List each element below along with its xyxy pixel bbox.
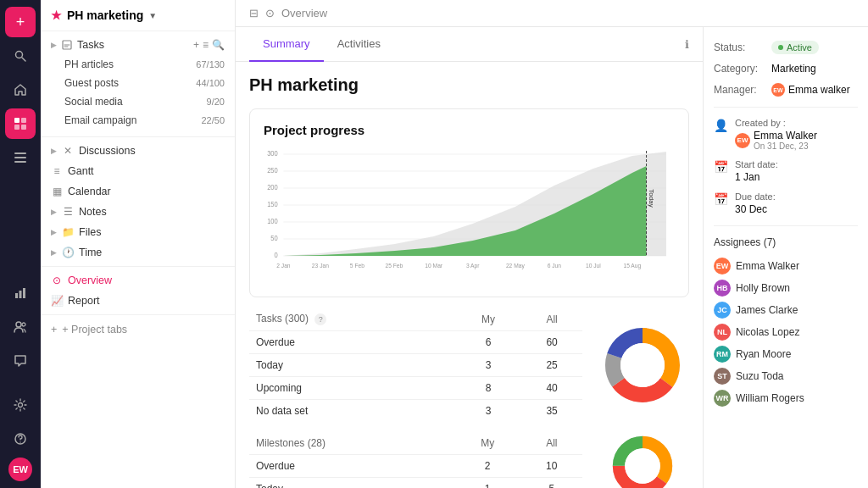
main-content: ⊟ ⊙ Overview Summary Activities ℹ PH mar… — [236, 0, 868, 488]
manager-avatar: EW — [771, 83, 785, 97]
sidebar-project-header[interactable]: ★ PH marketing ▼ — [41, 0, 235, 31]
sidebar-item-gantt[interactable]: ≡ Gantt — [41, 161, 235, 181]
assignee-james[interactable]: JC James Clarke — [714, 299, 858, 321]
task-nodataset-my: 3 — [455, 400, 521, 423]
milestone-overdue-my: 2 — [454, 455, 521, 478]
task-ph-articles[interactable]: PH articles 67/130 — [41, 55, 235, 74]
help-nav-icon[interactable] — [5, 424, 36, 454]
svg-text:5 Feb: 5 Feb — [350, 261, 364, 269]
tab-activities[interactable]: Activities — [324, 27, 394, 62]
project-title: PH marketing — [236, 62, 703, 102]
chat-nav-icon[interactable] — [5, 346, 36, 376]
start-date-row: 📅 Start date: 1 Jan — [714, 159, 858, 183]
svg-point-0 — [16, 52, 23, 58]
svg-text:6 Jun: 6 Jun — [548, 261, 561, 269]
tasks-section: ▶ Tasks + ≡ 🔍 PH articles 67/130 Guest p… — [41, 31, 235, 133]
milestones-stats-table: Milestones (28) My All Overdue 2 — [249, 432, 582, 488]
reports-nav-icon[interactable] — [5, 278, 36, 308]
created-by-row: 👤 Created by : EW Emma Walker On 31 Dec,… — [714, 118, 858, 151]
creator-avatar: EW — [735, 133, 750, 148]
sidebar-item-calendar[interactable]: ▦ Calendar — [41, 181, 235, 202]
status-badge: Active — [771, 41, 819, 54]
assignee-ryan[interactable]: RM Ryan Moore — [714, 343, 858, 365]
files-expand-icon: ▶ — [51, 228, 57, 236]
chart-title: Project progress — [264, 123, 675, 137]
projects-nav-icon[interactable] — [5, 108, 36, 139]
svg-text:150: 150 — [267, 199, 278, 208]
milestones-col-header: Milestones (28) — [249, 432, 454, 455]
assignee-james-avatar: JC — [714, 302, 731, 319]
guest-posts-count: 44/100 — [196, 78, 225, 88]
sidebar-item-report[interactable]: 📈 Report — [41, 291, 235, 311]
settings-nav-icon[interactable] — [5, 390, 36, 420]
svg-rect-6 — [14, 152, 26, 154]
status-row: Status: Active — [714, 41, 858, 54]
category-label: Category: — [714, 63, 765, 75]
tasks-header: ▶ Tasks + ≡ 🔍 — [41, 35, 235, 55]
assignee-holly[interactable]: HB Holly Brown — [714, 277, 858, 299]
start-date-content: Start date: 1 Jan — [735, 159, 858, 183]
task-today-all: 25 — [521, 354, 582, 377]
calendar-label: Calendar — [68, 186, 225, 197]
people-nav-icon[interactable] — [5, 312, 36, 342]
search-task-icon[interactable]: 🔍 — [212, 39, 225, 51]
task-email-campaign[interactable]: Email campaign 22/50 — [41, 111, 235, 130]
sidebar-item-notes[interactable]: ▶ ☰ Notes — [41, 202, 235, 222]
add-project-tabs[interactable]: + + Project tabs — [41, 319, 235, 341]
assignee-emma[interactable]: EW Emma Walker — [714, 255, 858, 277]
content-main: Summary Activities ℹ PH marketing Projec… — [236, 27, 703, 488]
assignee-nicolas-avatar: NL — [714, 324, 731, 341]
assignee-nicolas[interactable]: NL Nicolas Lopez — [714, 321, 858, 343]
svg-text:Today: Today — [648, 189, 654, 208]
everything-nav-icon[interactable] — [5, 142, 36, 173]
task-social-media[interactable]: Social media 9/20 — [41, 92, 235, 111]
task-guest-posts[interactable]: Guest posts 44/100 — [41, 74, 235, 92]
tab-bar: Summary Activities ℹ — [236, 27, 703, 62]
assignee-suzu-avatar: ST — [714, 368, 731, 385]
manager-row: Manager: EW Emma walker — [714, 83, 858, 97]
created-by-content: Created by : EW Emma Walker On 31 Dec, 2… — [735, 118, 858, 151]
category-row: Category: Marketing — [714, 63, 858, 75]
tab-summary[interactable]: Summary — [249, 27, 324, 62]
tasks-help-icon[interactable]: ? — [314, 313, 326, 325]
creator-date: On 31 Dec, 23 — [754, 141, 817, 151]
filter-icon[interactable]: ≡ — [203, 39, 209, 51]
due-date-icon: 📅 — [714, 192, 728, 206]
add-task-icon[interactable]: + — [193, 39, 199, 51]
user-avatar[interactable]: EW — [8, 458, 32, 481]
info-icon[interactable]: ℹ — [685, 38, 689, 51]
home-nav-icon[interactable] — [5, 75, 36, 105]
tasks-donut-svg — [600, 323, 685, 408]
task-row-nodataset: No data set 3 35 — [249, 400, 582, 423]
assignee-suzu-name: Suzu Toda — [736, 370, 784, 382]
sidebar-item-discussions[interactable]: ▶ ✕ Discussions — [41, 141, 235, 161]
task-row-today: Today 3 25 — [249, 354, 582, 377]
svg-point-56 — [625, 448, 660, 484]
search-nav-icon[interactable] — [5, 41, 36, 71]
divider-1 — [714, 107, 858, 108]
add-button[interactable]: + — [5, 7, 36, 37]
add-tab-icon: + — [51, 324, 57, 336]
start-date-icon: 📅 — [714, 160, 728, 174]
tasks-my-header: My — [455, 308, 521, 331]
assignee-holly-avatar: HB — [714, 280, 731, 297]
sidebar-item-overview[interactable]: ⊙ Overview — [41, 270, 235, 291]
social-media-count: 9/20 — [207, 97, 225, 107]
assignee-suzu[interactable]: ST Suzu Toda — [714, 365, 858, 387]
sidebar-toggle-icon[interactable]: ⊟ — [249, 7, 259, 19]
svg-rect-3 — [21, 118, 26, 123]
sidebar-item-files[interactable]: ▶ 📁 Files — [41, 222, 235, 242]
sidebar-item-time[interactable]: ▶ 🕐 Time — [41, 242, 235, 263]
assignee-william[interactable]: WR William Rogers — [714, 387, 858, 409]
assignee-nicolas-name: Nicolas Lopez — [736, 326, 799, 338]
milestones-donut — [596, 432, 689, 488]
milestone-row-overdue: Overdue 2 10 — [249, 455, 582, 478]
due-date-row: 📅 Due date: 30 Dec — [714, 191, 858, 215]
creator-info: EW Emma Walker On 31 Dec, 23 — [735, 130, 858, 151]
manager-value: Emma walker — [788, 84, 850, 96]
manager-value-container: EW Emma walker — [771, 83, 850, 97]
stats-section: Tasks (300) ? My All Overdue 6 — [249, 308, 689, 422]
task-nodataset-all: 35 — [521, 400, 582, 423]
tasks-stats-table: Tasks (300) ? My All Overdue 6 — [249, 308, 582, 422]
assignee-emma-name: Emma Walker — [736, 260, 799, 272]
